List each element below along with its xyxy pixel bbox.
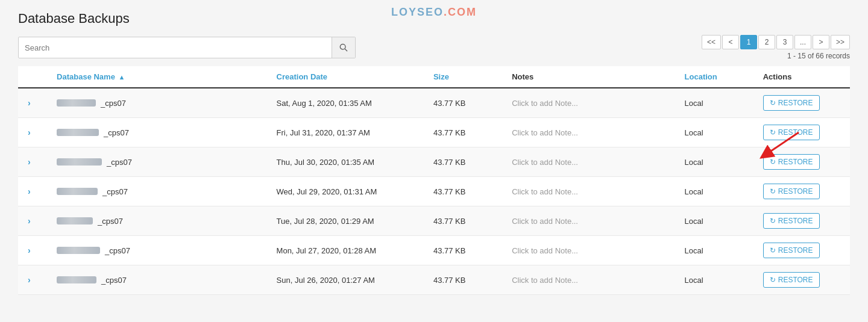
page-ellipsis: ...	[794, 35, 811, 49]
blurred-db-prefix	[57, 158, 102, 166]
expand-row-btn[interactable]: ›	[25, 128, 33, 137]
location-cell: Local	[678, 177, 756, 206]
restore-button[interactable]: ↻RESTORE	[763, 125, 820, 140]
expand-row-btn[interactable]: ›	[25, 246, 33, 255]
file-size: 43.77 KB	[426, 206, 505, 236]
file-size: 43.77 KB	[426, 265, 505, 295]
blurred-db-prefix	[57, 129, 99, 136]
notes-cell[interactable]: Click to add Note...	[505, 236, 677, 265]
file-size: 43.77 KB	[426, 118, 505, 147]
records-info: 1 - 15 of 66 records	[787, 52, 850, 60]
db-name-suffix: _cps07	[101, 99, 126, 108]
table-row: ›_cps07Mon, Jul 27, 2020, 01:28 AM43.77 …	[18, 236, 850, 265]
restore-button[interactable]: ↻RESTORE	[763, 243, 820, 258]
restore-label: RESTORE	[778, 158, 813, 166]
restore-icon: ↻	[770, 217, 776, 225]
notes-cell[interactable]: Click to add Note...	[505, 177, 677, 206]
location-cell: Local	[678, 265, 756, 295]
table-row: ›_cps07Thu, Jul 30, 2020, 01:35 AM43.77 …	[18, 147, 850, 177]
creation-date: Thu, Jul 30, 2020, 01:35 AM	[269, 147, 426, 177]
creation-date: Fri, Jul 31, 2020, 01:37 AM	[269, 118, 426, 147]
restore-button[interactable]: ↻RESTORE	[763, 184, 820, 199]
db-name-suffix: _cps07	[105, 246, 130, 255]
sort-arrow-dbname: ▲	[119, 73, 125, 81]
restore-button[interactable]: ↻RESTORE	[763, 154, 820, 170]
table-row: ›_cps07Sat, Aug 1, 2020, 01:35 AM43.77 K…	[18, 88, 850, 118]
page-prev-btn[interactable]: <	[722, 35, 739, 49]
watermark-text1: LOYSEO	[391, 6, 444, 18]
svg-line-1	[345, 49, 347, 51]
notes-cell[interactable]: Click to add Note...	[505, 206, 677, 236]
notes-cell[interactable]: Click to add Note...	[505, 118, 677, 147]
search-icon	[339, 43, 348, 52]
db-name-suffix: _cps07	[101, 276, 127, 285]
top-bar: << < 1 2 3 ... > >> 1 - 15 of 66 records	[18, 35, 850, 60]
restore-button[interactable]: ↻RESTORE	[763, 213, 820, 229]
blurred-db-prefix	[57, 99, 96, 107]
watermark-text2: .COM	[444, 6, 477, 18]
file-size: 43.77 KB	[426, 147, 505, 177]
restore-label: RESTORE	[778, 99, 813, 107]
search-input[interactable]	[19, 43, 332, 52]
creation-date: Tue, Jul 28, 2020, 01:29 AM	[269, 206, 426, 236]
page-next-btn[interactable]: >	[813, 35, 829, 49]
restore-label: RESTORE	[778, 276, 813, 284]
backups-table: Database Name ▲ Creation Date Size Notes…	[18, 66, 850, 295]
blurred-db-prefix	[57, 276, 96, 283]
restore-button[interactable]: ↻RESTORE	[763, 272, 820, 288]
location-cell: Local	[678, 118, 756, 147]
file-size: 43.77 KB	[426, 236, 505, 265]
col-header-actions: Actions	[756, 66, 850, 88]
table-row: ›_cps07Tue, Jul 28, 2020, 01:29 AM43.77 …	[18, 206, 850, 236]
svg-point-0	[340, 44, 345, 49]
table-row: ›_cps07Sun, Jul 26, 2020, 01:27 AM43.77 …	[18, 265, 850, 295]
creation-date: Mon, Jul 27, 2020, 01:28 AM	[269, 236, 426, 265]
notes-cell[interactable]: Click to add Note...	[505, 265, 677, 295]
expand-row-btn[interactable]: ›	[25, 216, 33, 226]
expand-row-btn[interactable]: ›	[25, 187, 33, 196]
actions-cell: ↻RESTORE	[756, 88, 850, 118]
restore-icon: ↻	[770, 99, 776, 107]
restore-icon: ↻	[770, 276, 776, 284]
restore-icon: ↻	[770, 128, 776, 137]
restore-icon: ↻	[770, 158, 776, 166]
expand-row-btn[interactable]: ›	[25, 275, 33, 285]
restore-icon: ↻	[770, 246, 776, 255]
file-size: 43.77 KB	[426, 88, 505, 118]
notes-cell[interactable]: Click to add Note...	[505, 147, 677, 177]
table-row: ›_cps07Wed, Jul 29, 2020, 01:31 AM43.77 …	[18, 177, 850, 206]
search-wrapper	[18, 37, 356, 58]
col-header-dbname[interactable]: Database Name ▲	[49, 66, 269, 88]
actions-cell: ↻RESTORE	[756, 206, 850, 236]
page-first-btn[interactable]: <<	[702, 35, 721, 49]
db-name-suffix: _cps07	[104, 128, 129, 137]
pagination: << < 1 2 3 ... > >>	[702, 35, 850, 49]
restore-icon: ↻	[770, 187, 776, 196]
expand-row-btn[interactable]: ›	[25, 98, 33, 108]
blurred-db-prefix	[57, 188, 98, 195]
page-1-btn[interactable]: 1	[740, 35, 757, 49]
restore-label: RESTORE	[778, 187, 813, 196]
notes-cell[interactable]: Click to add Note...	[505, 88, 677, 118]
col-header-size[interactable]: Size	[426, 66, 505, 88]
col-header-notes: Notes	[505, 66, 677, 88]
page-last-btn[interactable]: >>	[831, 35, 850, 49]
table-row: ›_cps07Fri, Jul 31, 2020, 01:37 AM43.77 …	[18, 118, 850, 147]
restore-button[interactable]: ↻RESTORE	[763, 95, 820, 111]
location-cell: Local	[678, 147, 756, 177]
actions-cell: ↻RESTORE	[756, 265, 850, 295]
db-name-suffix: _cps07	[102, 187, 128, 196]
col-header-location[interactable]: Location	[678, 66, 756, 88]
page-2-btn[interactable]: 2	[758, 35, 775, 49]
creation-date: Sun, Jul 26, 2020, 01:27 AM	[269, 265, 426, 295]
col-header-date[interactable]: Creation Date	[269, 66, 426, 88]
actions-cell: ↻RESTORE	[756, 118, 850, 147]
search-button[interactable]	[332, 37, 355, 58]
actions-cell: ↻RESTORE	[756, 177, 850, 206]
actions-cell: ↻RESTORE	[756, 147, 850, 177]
restore-label: RESTORE	[778, 128, 813, 137]
blurred-db-prefix	[57, 217, 93, 224]
col-header-expand	[18, 66, 49, 88]
expand-row-btn[interactable]: ›	[25, 157, 33, 167]
page-3-btn[interactable]: 3	[776, 35, 793, 49]
